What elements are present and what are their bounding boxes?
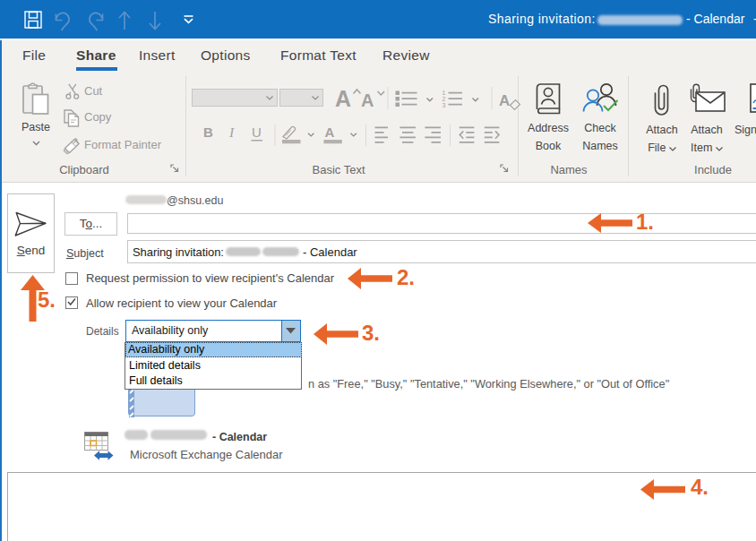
svg-text:2: 2 <box>442 96 446 102</box>
svg-text:A: A <box>499 92 510 109</box>
svg-text:3: 3 <box>442 102 446 108</box>
svg-text:A: A <box>361 90 374 110</box>
svg-text:A: A <box>325 125 335 140</box>
svg-text:1: 1 <box>442 90 446 96</box>
svg-text:A: A <box>335 86 351 111</box>
svg-text:U: U <box>252 125 262 140</box>
svg-text:B: B <box>203 125 213 140</box>
svg-text:I: I <box>228 125 235 140</box>
